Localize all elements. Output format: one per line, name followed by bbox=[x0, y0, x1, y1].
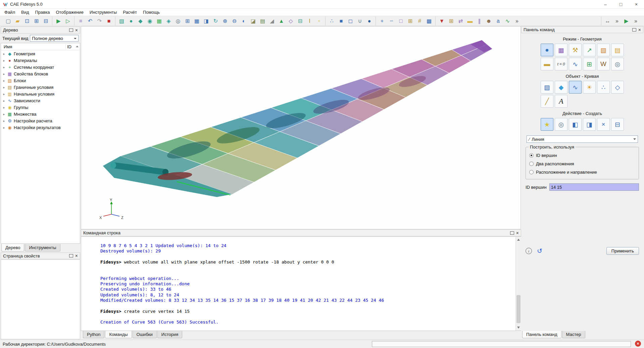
mesh-view-icon[interactable]: ▦ bbox=[192, 16, 201, 25]
expand-chevron-icon[interactable]: ▸ bbox=[2, 52, 6, 56]
entity-measure-icon[interactable]: ╱ bbox=[541, 95, 553, 108]
mesh-cube-icon[interactable]: ▦ bbox=[155, 16, 164, 25]
tree-item-block-properties[interactable]: ▸ ▦ Свойства блоков bbox=[1, 70, 80, 77]
scrollbar-thumb[interactable] bbox=[516, 295, 521, 323]
radio-location-direction[interactable]: Расположение и направление bbox=[529, 168, 635, 176]
shield-mesh-icon[interactable]: ▲ bbox=[277, 16, 286, 25]
close-panel-icon[interactable]: × bbox=[516, 231, 519, 235]
expand-chevron-icon[interactable]: ▸ bbox=[2, 99, 6, 103]
tree-item-boundary-conditions[interactable]: ▸ ▤ Граничные условия bbox=[1, 84, 80, 91]
tree-item-sets[interactable]: ▸ ▦ Множества bbox=[1, 111, 80, 117]
arc-tool-icon[interactable]: ∪ bbox=[355, 16, 364, 25]
tab-command-panel[interactable]: Панель команд bbox=[522, 331, 561, 338]
menu-display[interactable]: Отображение bbox=[53, 9, 87, 15]
expand-chevron-icon[interactable]: ▸ bbox=[2, 126, 6, 129]
console-scrollbar[interactable] bbox=[515, 237, 521, 331]
sphere-volume-icon[interactable]: ◉ bbox=[145, 16, 154, 25]
play-journal-icon[interactable]: ▶ bbox=[54, 16, 63, 25]
pivot-table-icon[interactable]: ⊞ bbox=[447, 16, 456, 25]
expand-chevron-icon[interactable]: ▸ bbox=[2, 79, 6, 82]
probe-icon[interactable]: ∥ bbox=[475, 16, 484, 25]
undo-icon[interactable]: ↶ bbox=[86, 16, 95, 25]
brick-volume-icon[interactable]: ▧ bbox=[117, 16, 126, 25]
abort-icon[interactable]: ■ bbox=[104, 16, 113, 25]
tab-master[interactable]: Мастер bbox=[562, 331, 585, 338]
webcut-icon[interactable]: ⊟ bbox=[296, 16, 305, 25]
expand-chevron-icon[interactable]: ▸ bbox=[2, 106, 6, 109]
console-output[interactable]: 10 9 8 7 6 5 4 3 2 1 Updated volume(s): … bbox=[81, 236, 521, 331]
menu-calculation[interactable]: Расчёт bbox=[120, 9, 140, 15]
prism-volume-icon[interactable]: ◆ bbox=[136, 16, 145, 25]
action-locate-icon[interactable]: ◎ bbox=[555, 118, 567, 131]
action-transform-icon[interactable]: ◨ bbox=[583, 118, 596, 131]
entity-curve-icon[interactable]: ∿ bbox=[569, 81, 582, 94]
menu-help[interactable]: Помощь bbox=[140, 9, 163, 15]
radio-vertex-ids[interactable]: ID вершин bbox=[529, 151, 635, 160]
sweep-icon[interactable]: ◈ bbox=[164, 16, 173, 25]
measure-icon[interactable]: Ⅰ bbox=[305, 16, 314, 25]
panel-view-icon[interactable]: ◨ bbox=[202, 16, 211, 25]
lens-icon[interactable]: ● bbox=[365, 16, 374, 25]
expand-chevron-icon[interactable]: ▸ bbox=[2, 65, 6, 69]
section-cut-icon[interactable]: ◢ bbox=[267, 16, 277, 25]
bolt-gear-icon[interactable]: ∴ bbox=[327, 16, 336, 25]
entity-annotation-icon[interactable]: A bbox=[555, 95, 567, 108]
float-panel-icon[interactable] bbox=[632, 28, 636, 32]
overflow-icon-3[interactable]: » bbox=[631, 16, 640, 25]
curve-type-select[interactable]: ∕ Линия bbox=[527, 135, 638, 143]
menu-edit[interactable]: Правка bbox=[32, 9, 53, 15]
cube-blue-icon[interactable]: ■ bbox=[337, 16, 346, 25]
sticky-note-icon[interactable]: ▫ bbox=[314, 16, 324, 25]
float-panel-icon[interactable] bbox=[510, 231, 514, 235]
cube-axes-icon[interactable]: ⊞ bbox=[406, 16, 415, 25]
entity-group-icon[interactable]: ∴ bbox=[597, 81, 610, 94]
clip-plane-icon[interactable]: ◪ bbox=[249, 16, 258, 25]
mode-geometry-icon[interactable]: ● bbox=[541, 44, 553, 56]
start-calculation-icon[interactable]: ▶ bbox=[622, 16, 631, 25]
column-name[interactable]: Имя bbox=[1, 44, 65, 49]
journal-editor-icon[interactable]: ≡ bbox=[76, 16, 85, 25]
mode-initial-conditions-icon[interactable]: t = 0 bbox=[555, 58, 567, 70]
layers-icon[interactable]: ▤ bbox=[258, 16, 267, 25]
refresh-graphics-icon[interactable]: ↻ bbox=[211, 16, 220, 25]
tree-item-groups[interactable]: ▸ ◉ Группы bbox=[1, 104, 80, 111]
tab-commands[interactable]: Команды bbox=[105, 331, 132, 338]
maximize-button[interactable]: □ bbox=[613, 0, 629, 8]
entity-body-icon[interactable]: ◇ bbox=[611, 81, 624, 94]
expand-chevron-icon[interactable]: ▸ bbox=[2, 59, 6, 62]
menu-tools[interactable]: Инструменты bbox=[87, 9, 120, 15]
expand-chevron-icon[interactable]: ▸ bbox=[2, 112, 6, 116]
save-icon[interactable]: ⊡ bbox=[22, 16, 32, 25]
entity-surface-icon[interactable]: ◆ bbox=[555, 81, 567, 94]
grid-frame-icon[interactable]: # bbox=[415, 16, 424, 25]
entity-vertex-icon[interactable]: ☀ bbox=[583, 81, 596, 94]
import-icon[interactable]: ⊞ bbox=[32, 16, 41, 25]
mode-bc-icon[interactable]: ▬ bbox=[541, 58, 553, 70]
open-file-icon[interactable]: ▰ bbox=[13, 16, 22, 25]
close-panel-icon[interactable]: × bbox=[638, 28, 641, 32]
menu-view[interactable]: Вид bbox=[18, 9, 32, 15]
mode-sets-icon[interactable]: ▤ bbox=[611, 44, 624, 56]
panel-blue-icon[interactable]: ◻ bbox=[346, 16, 355, 25]
mode-calculation-settings-icon[interactable]: ⊞ bbox=[583, 58, 596, 70]
action-modify-icon[interactable]: ◧ bbox=[569, 118, 582, 131]
mode-results-icon[interactable]: W bbox=[597, 58, 610, 70]
new-file-icon[interactable]: ▢ bbox=[4, 16, 13, 25]
tab-tree[interactable]: Дерево bbox=[1, 244, 24, 251]
tree-item-calculation-settings[interactable]: ▸ ⚙ Настройки расчета bbox=[1, 117, 80, 124]
cylinder-volume-icon[interactable]: ● bbox=[127, 16, 136, 25]
radio-two-locations[interactable]: Два расположения bbox=[529, 160, 635, 168]
zoom-in-icon[interactable]: ⊕ bbox=[220, 16, 230, 25]
float-panel-icon[interactable] bbox=[69, 28, 73, 32]
tree-item-initial-conditions[interactable]: ▸ ▥ Начальные условия bbox=[1, 91, 80, 97]
redo-icon[interactable]: ↷ bbox=[95, 16, 104, 25]
rect-purple-icon[interactable]: □ bbox=[396, 16, 405, 25]
measure-distance-icon[interactable]: ↔ bbox=[603, 16, 612, 25]
rotate-view-icon[interactable]: ◐ bbox=[239, 16, 248, 25]
stop-indicator-icon[interactable]: × bbox=[635, 341, 641, 347]
close-panel-icon[interactable]: × bbox=[75, 28, 78, 32]
close-button[interactable]: × bbox=[629, 0, 644, 8]
mode-materials-icon[interactable]: ⚒ bbox=[569, 44, 582, 56]
play-step-icon[interactable]: ▷ bbox=[63, 16, 72, 25]
contacts-icon[interactable]: ☻ bbox=[484, 16, 493, 25]
